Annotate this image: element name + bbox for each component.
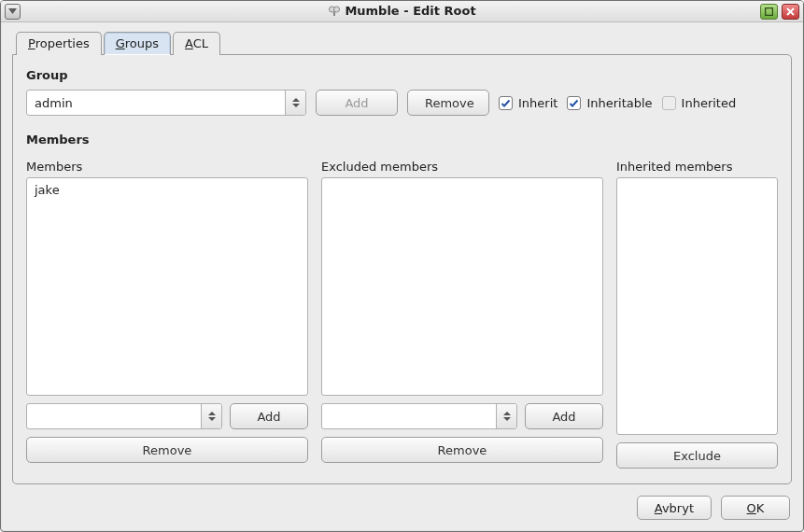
chevron-up-icon bbox=[503, 412, 511, 415]
check-icon bbox=[569, 98, 579, 108]
members-add-button[interactable]: Add bbox=[230, 403, 308, 429]
svg-marker-0 bbox=[8, 8, 17, 14]
chevron-up-icon bbox=[292, 98, 300, 102]
check-icon bbox=[501, 98, 511, 108]
inheritable-checkbox[interactable]: Inheritable bbox=[567, 96, 652, 110]
titlebar: Mumble - Edit Root bbox=[1, 1, 803, 22]
checkbox-box bbox=[567, 96, 581, 110]
excluded-add-row: Add bbox=[321, 403, 603, 429]
members-grid: Members jake Add bbox=[26, 160, 778, 469]
tab-bar: Properties Groups ACL bbox=[12, 32, 792, 55]
maximize-icon bbox=[765, 7, 773, 16]
chevron-down-icon bbox=[503, 417, 511, 421]
window-title: Mumble - Edit Root bbox=[1, 4, 803, 20]
svg-rect-4 bbox=[766, 7, 773, 15]
inherit-checkbox[interactable]: Inherit bbox=[499, 96, 557, 110]
checkbox-box bbox=[662, 96, 676, 110]
tab-acl[interactable]: ACL bbox=[173, 32, 220, 55]
tab-panel-groups: Group Add Remove Inherit bbox=[12, 54, 792, 484]
inherited-column: Inherited members Exclude bbox=[616, 160, 778, 469]
ok-button[interactable]: OK bbox=[721, 496, 790, 520]
maximize-button[interactable] bbox=[760, 4, 778, 20]
members-column: Members jake Add bbox=[26, 160, 308, 469]
checkbox-label: Inherit bbox=[518, 96, 557, 110]
combo-spin[interactable] bbox=[496, 404, 516, 428]
tab-label-rest: CL bbox=[193, 36, 208, 50]
members-input[interactable] bbox=[27, 404, 201, 428]
chevron-down-icon bbox=[208, 417, 216, 421]
svg-rect-3 bbox=[333, 12, 335, 16]
checkbox-label: Inherited bbox=[682, 96, 737, 110]
app-icon bbox=[328, 4, 341, 20]
excluded-input[interactable] bbox=[322, 404, 496, 428]
inherited-listbox[interactable] bbox=[616, 177, 778, 435]
tab-label: A bbox=[185, 36, 193, 50]
inherited-exclude-button[interactable]: Exclude bbox=[616, 442, 778, 469]
members-input-combo[interactable] bbox=[26, 403, 222, 429]
inherited-checkbox: Inherited bbox=[662, 96, 737, 110]
tab-label: G bbox=[116, 36, 125, 50]
inherited-label: Inherited members bbox=[616, 160, 778, 174]
checkbox-box bbox=[499, 96, 513, 110]
group-section-header: Group bbox=[26, 68, 778, 82]
tab-label: P bbox=[28, 36, 35, 50]
group-remove-button[interactable]: Remove bbox=[407, 90, 489, 116]
client-area: Properties Groups ACL Group Add Remove bbox=[1, 22, 803, 531]
list-item[interactable]: jake bbox=[33, 182, 302, 198]
tab-label-rest: roups bbox=[125, 36, 159, 50]
excluded-listbox[interactable] bbox=[321, 177, 603, 396]
system-menu-button[interactable] bbox=[5, 4, 21, 20]
members-listbox[interactable]: jake bbox=[26, 177, 308, 396]
combo-spin[interactable] bbox=[285, 91, 305, 115]
window: Mumble - Edit Root Properties Groups ACL… bbox=[0, 0, 804, 532]
members-label: Members bbox=[26, 160, 308, 174]
excluded-label: Excluded members bbox=[321, 160, 603, 174]
close-button[interactable] bbox=[782, 4, 799, 20]
svg-point-1 bbox=[330, 7, 335, 12]
excluded-remove-button[interactable]: Remove bbox=[321, 437, 603, 463]
close-icon bbox=[786, 7, 795, 16]
tab-label-rest: roperties bbox=[35, 36, 90, 50]
excluded-add-button[interactable]: Add bbox=[525, 403, 603, 429]
dialog-footer: Avbryt OK bbox=[12, 496, 792, 520]
group-combo[interactable] bbox=[26, 90, 306, 116]
excluded-column: Excluded members Add Remove bbox=[321, 160, 603, 469]
group-add-button: Add bbox=[316, 90, 398, 116]
combo-spin[interactable] bbox=[201, 404, 221, 428]
chevron-down-icon bbox=[8, 8, 17, 14]
excluded-input-combo[interactable] bbox=[321, 403, 517, 429]
svg-point-2 bbox=[334, 7, 340, 12]
checkbox-label: Inheritable bbox=[586, 96, 652, 110]
group-combo-input[interactable] bbox=[27, 91, 285, 115]
members-section-header: Members bbox=[26, 133, 778, 147]
chevron-down-icon bbox=[292, 104, 300, 107]
chevron-up-icon bbox=[208, 412, 216, 415]
tab-properties[interactable]: Properties bbox=[16, 32, 102, 55]
group-row: Add Remove Inherit Inheritable In bbox=[26, 90, 778, 116]
members-remove-button[interactable]: Remove bbox=[26, 437, 308, 463]
members-add-row: Add bbox=[26, 403, 308, 429]
cancel-button[interactable]: Avbryt bbox=[637, 496, 712, 520]
tab-groups[interactable]: Groups bbox=[104, 32, 171, 55]
